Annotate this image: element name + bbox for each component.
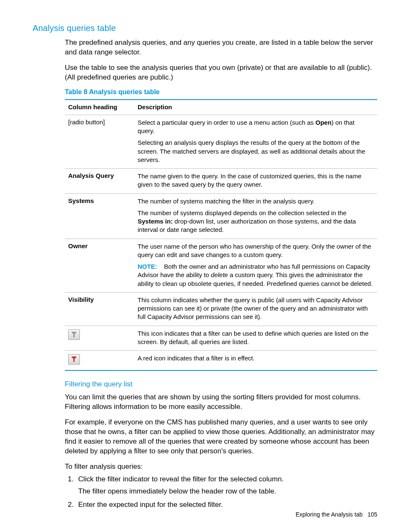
text: The number of systems matching the filte… xyxy=(138,197,373,206)
row-heading-owner: Owner xyxy=(65,239,134,292)
page-footer: Exploring the Analysis tab 105 xyxy=(296,511,377,518)
page-number: 105 xyxy=(368,511,377,518)
table-row: Owner The user name of the person who ha… xyxy=(65,239,377,292)
row-desc-analysis-query: The name given to the query. In the case… xyxy=(134,169,377,194)
table-row: Visibility This column indicates whether… xyxy=(65,292,377,326)
table-header-row: Column heading Description xyxy=(65,100,377,115)
row-heading-filter-icon xyxy=(65,326,134,351)
footer-text: Exploring the Analysis tab xyxy=(296,511,363,518)
row-heading-systems: Systems xyxy=(65,193,134,239)
list-item: Click the filter indicator to reveal the… xyxy=(76,474,377,497)
filtering-lead: To filter analysis queries: xyxy=(65,462,377,472)
text: Select a particular query in order to us… xyxy=(138,119,315,126)
list-item: Enter the expected input for the selecte… xyxy=(76,500,377,510)
row-heading-filter-icon-active xyxy=(65,351,134,371)
subsection-heading: Filtering the query list xyxy=(65,380,377,388)
text: The number of systems displayed depends … xyxy=(138,209,346,216)
text: The user name of the person who has owne… xyxy=(138,242,373,260)
text: Click the filter indicator to reveal the… xyxy=(78,475,284,483)
row-desc-filter-icon: This icon indicates that a filter can be… xyxy=(134,326,377,351)
table-caption: Table 8 Analysis queries table xyxy=(65,88,377,96)
row-desc-filter-icon-active: A red icon indicates that a filter is in… xyxy=(134,351,377,371)
text-italic: delete xyxy=(211,271,228,278)
row-heading-visibility: Visibility xyxy=(65,292,134,326)
text: This icon indicates that a filter can be… xyxy=(138,329,373,347)
text-bold: Systems in: xyxy=(138,218,173,225)
filter-active-icon xyxy=(68,354,80,365)
row-heading-radio: [radio button] xyxy=(65,115,134,168)
table-row: Systems The number of systems matching t… xyxy=(65,193,377,239)
text: The filter opens immediately below the h… xyxy=(78,486,377,496)
filter-steps-list: Click the filter indicator to reveal the… xyxy=(65,474,377,510)
filtering-paragraph-2: For example, if everyone on the CMS has … xyxy=(65,418,377,456)
col-heading-column: Column heading xyxy=(65,100,134,115)
row-desc-visibility: This column indicates whether the query … xyxy=(134,292,377,326)
text: A red icon indicates that a filter is in… xyxy=(138,354,373,362)
table-row: [radio button] Select a particular query… xyxy=(65,115,377,168)
filter-icon xyxy=(68,329,80,340)
analysis-queries-table: Column heading Description [radio button… xyxy=(65,99,377,371)
text: Selecting an analysis query displays the… xyxy=(138,139,373,164)
row-desc-systems: The number of systems matching the filte… xyxy=(134,193,377,239)
row-desc-radio: Select a particular query in order to us… xyxy=(134,115,377,168)
table-row: Analysis Query The name given to the que… xyxy=(65,169,377,194)
section-heading: Analysis queries table xyxy=(33,23,377,33)
table-row: This icon indicates that a filter can be… xyxy=(65,326,377,351)
row-heading-analysis-query: Analysis Query xyxy=(65,169,134,194)
filtering-paragraph-1: You can limit the queries that are shown… xyxy=(65,393,377,412)
text-bold: Open xyxy=(315,119,331,126)
col-heading-description: Description xyxy=(134,100,377,115)
note-label: NOTE: xyxy=(138,263,157,270)
intro-paragraph-2: Use the table to see the analysis querie… xyxy=(65,63,377,82)
funnel-icon xyxy=(71,332,77,338)
table-row: A red icon indicates that a filter is in… xyxy=(65,351,377,371)
text: This column indicates whether the query … xyxy=(138,296,373,321)
text: The name given to the query. In the case… xyxy=(138,172,373,189)
text: Enter the expected input for the selecte… xyxy=(78,501,223,509)
intro-paragraph-1: The predefined analysis queries, and any… xyxy=(65,38,377,57)
funnel-active-icon xyxy=(71,356,77,362)
row-desc-owner: The user name of the person who has owne… xyxy=(134,239,377,292)
